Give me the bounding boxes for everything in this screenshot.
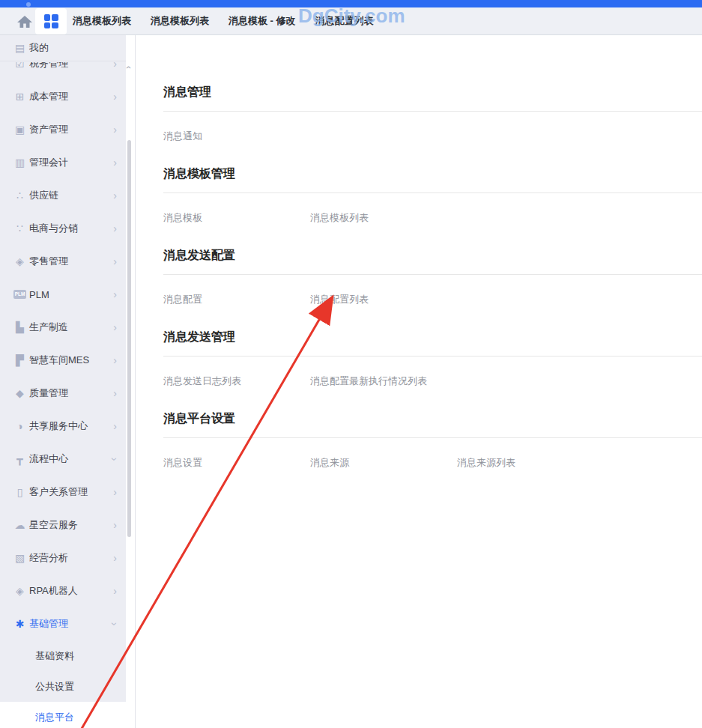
quality-shield-icon: ◆ bbox=[13, 388, 26, 398]
sidebar-item-label: 共享服务中心 bbox=[29, 419, 113, 433]
chevron-right-icon: › bbox=[113, 355, 117, 365]
menu-link[interactable]: 消息配置最新执行情况列表 bbox=[310, 374, 457, 388]
workshop-icon: ▛ bbox=[13, 355, 26, 365]
chevron-right-icon: › bbox=[113, 586, 117, 596]
shared-service-icon: ◑ bbox=[13, 421, 26, 431]
sidebar-item-label: 基础管理 bbox=[29, 617, 113, 631]
chevron-right-icon: › bbox=[113, 421, 117, 431]
sidebar-item[interactable]: ▛智慧车间MES› bbox=[0, 344, 126, 377]
sidebar-item[interactable]: ∵电商与分销› bbox=[0, 212, 126, 245]
sidebar-item-label: 资产管理 bbox=[29, 123, 113, 136]
grid-icon bbox=[44, 14, 58, 28]
sidebar-item[interactable]: ▯客户关系管理› bbox=[0, 476, 126, 509]
sidebar-subitem[interactable]: 基础资料 bbox=[0, 640, 126, 671]
tab-item[interactable]: 消息模板 - 修改 bbox=[229, 14, 296, 28]
page: 消息模板列表消息模板列表消息模板 - 修改消息配置列表 DgCity.com ▤… bbox=[0, 0, 702, 728]
rpa-robot-icon: ◈ bbox=[13, 586, 26, 596]
sidebar-item-label: 星空云服务 bbox=[29, 518, 113, 532]
sidebar: ▤ 我的 ☑税务管理›⊞成本管理›▣资产管理›▥管理会计›∴供应链›∵电商与分销… bbox=[0, 35, 126, 728]
sidebar-scrollbar-thumb[interactable] bbox=[127, 140, 131, 537]
cloud-icon: ☁ bbox=[13, 520, 26, 530]
section-title: 消息平台设置 bbox=[163, 411, 702, 427]
sidebar-item[interactable]: PLMPLM› bbox=[0, 278, 126, 311]
sidebar-item-label: 经营分析 bbox=[29, 551, 113, 565]
crm-card-icon: ▯ bbox=[13, 487, 26, 497]
menu-link[interactable]: 消息配置列表 bbox=[310, 293, 457, 306]
sidebar-item-label: 税务管理 bbox=[29, 62, 113, 70]
chevron-right-icon: › bbox=[113, 223, 117, 234]
chevron-right-icon: › bbox=[113, 157, 117, 168]
sidebar-item[interactable]: ┳流程中心› bbox=[0, 443, 126, 476]
sidebar-item-label: 客户关系管理 bbox=[29, 485, 113, 499]
chevron-right-icon: › bbox=[113, 322, 117, 333]
sidebar-item-label: 我的 bbox=[29, 41, 49, 55]
menu-link[interactable]: 消息模板 bbox=[163, 211, 310, 225]
sidebar-item[interactable]: ☁星空云服务› bbox=[0, 509, 126, 542]
sidebar-item[interactable]: ◈零售管理› bbox=[0, 245, 126, 278]
menu-link[interactable]: 消息通知 bbox=[163, 130, 310, 143]
section-title: 消息管理 bbox=[163, 85, 702, 100]
plm-icon: PLM bbox=[13, 290, 26, 299]
menu-section: 消息模板管理消息模板消息模板列表 bbox=[163, 166, 702, 248]
section-title: 消息发送管理 bbox=[163, 330, 702, 345]
menu-link[interactable]: 消息来源列表 bbox=[457, 456, 604, 470]
sidebar-item-label: 电商与分销 bbox=[29, 222, 113, 235]
sidebar-item[interactable]: ▙生产制造› bbox=[0, 311, 126, 344]
sidebar-item-label: 智慧车间MES bbox=[29, 354, 113, 367]
sidebar-item[interactable]: ▣资产管理› bbox=[0, 113, 126, 146]
sidebar-subitem[interactable]: 公共设置 bbox=[0, 671, 126, 702]
menu-section: 消息管理消息通知 bbox=[163, 85, 702, 166]
sidebar-item[interactable]: ⊞成本管理› bbox=[0, 80, 126, 113]
sidebar-item-label: 质量管理 bbox=[29, 386, 113, 400]
sidebar-item-my[interactable]: ▤ 我的 bbox=[0, 35, 126, 61]
sidebar-menu: ☑税务管理›⊞成本管理›▣资产管理›▥管理会计›∴供应链›∵电商与分销›◈零售管… bbox=[0, 62, 126, 728]
chevron-right-icon: › bbox=[113, 91, 117, 102]
menu-link[interactable]: 消息配置 bbox=[163, 293, 310, 306]
sidebar-item[interactable]: ▥管理会计› bbox=[0, 146, 126, 179]
section-links: 消息模板消息模板列表 bbox=[163, 193, 702, 248]
scroll-up-icon[interactable]: › bbox=[124, 60, 133, 69]
sidebar-item[interactable]: ▧经营分析› bbox=[0, 542, 126, 574]
topbar bbox=[0, 0, 702, 7]
section-links: 消息发送日志列表消息配置最新执行情况列表 bbox=[163, 357, 702, 411]
sidebar-item[interactable]: ∴供应链› bbox=[0, 179, 126, 212]
topbar-logo-dot bbox=[26, 2, 31, 7]
sidebar-item[interactable]: ◈RPA机器人› bbox=[0, 574, 126, 607]
process-flow-icon: ┳ bbox=[13, 454, 26, 464]
home-icon[interactable] bbox=[16, 13, 34, 31]
chevron-down-icon: › bbox=[110, 458, 121, 461]
chevron-right-icon: › bbox=[113, 520, 117, 530]
chevron-down-icon: › bbox=[110, 622, 121, 626]
sidebar-item[interactable]: ◆质量管理› bbox=[0, 377, 126, 410]
sidebar-item-label: 成本管理 bbox=[29, 90, 113, 103]
chevron-right-icon: › bbox=[113, 487, 117, 497]
tab-bar: 消息模板列表消息模板列表消息模板 - 修改消息配置列表 bbox=[0, 7, 702, 35]
sidebar-subitem[interactable]: 消息平台 bbox=[0, 702, 126, 728]
sidebar-item[interactable]: ◑共享服务中心› bbox=[0, 410, 126, 443]
menu-link[interactable]: 消息模板列表 bbox=[310, 211, 457, 225]
sidebar-item-label: 管理会计 bbox=[29, 156, 113, 169]
sidebar-menu-inner: ☑税务管理›⊞成本管理›▣资产管理›▥管理会计›∴供应链›∵电商与分销›◈零售管… bbox=[0, 62, 126, 728]
chevron-right-icon: › bbox=[113, 553, 117, 563]
section-title: 消息模板管理 bbox=[163, 166, 702, 182]
tab-item[interactable]: 消息模板列表 bbox=[151, 14, 209, 28]
modules-icon: ▤ bbox=[13, 43, 26, 53]
menu-link[interactable]: 消息设置 bbox=[163, 456, 310, 470]
menu-link[interactable]: 消息来源 bbox=[310, 456, 457, 470]
distribution-icon: ∵ bbox=[13, 223, 26, 234]
menu-link[interactable]: 消息发送日志列表 bbox=[163, 374, 310, 388]
main-content: 消息管理消息通知消息模板管理消息模板消息模板列表消息发送配置消息配置消息配置列表… bbox=[135, 35, 702, 728]
sidebar-item-label: 零售管理 bbox=[29, 255, 113, 268]
section-title: 消息发送配置 bbox=[163, 248, 702, 264]
menu-section: 消息发送配置消息配置消息配置列表 bbox=[163, 248, 702, 330]
menu-section: 消息平台设置消息设置消息来源消息来源列表 bbox=[163, 411, 702, 493]
sidebar-item-label: 供应链 bbox=[29, 189, 113, 202]
sidebar-item[interactable]: ✱基础管理› bbox=[0, 607, 126, 640]
tab-item[interactable]: 消息模板列表 bbox=[73, 14, 131, 28]
gear-icon: ✱ bbox=[13, 619, 26, 629]
supply-chain-icon: ∴ bbox=[13, 190, 26, 201]
tab-item[interactable]: 消息配置列表 bbox=[315, 14, 374, 28]
sidebar-item-label: 流程中心 bbox=[29, 452, 113, 466]
apps-launcher-button[interactable] bbox=[35, 8, 67, 34]
sidebar-item[interactable]: ☑税务管理› bbox=[0, 62, 126, 80]
